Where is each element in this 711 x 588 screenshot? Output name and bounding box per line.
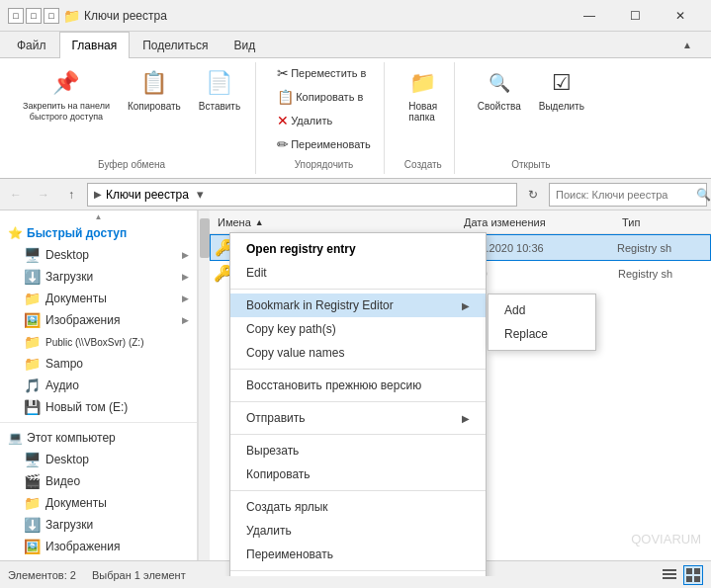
cm-copy-key[interactable]: Copy key path(s) — [230, 317, 486, 341]
sm-add[interactable]: Add — [489, 298, 595, 322]
col-type-header[interactable]: Тип — [618, 216, 707, 228]
scroll-up-indicator: ▲ — [0, 210, 197, 222]
ribbon: Файл Главная Поделиться Вид ▲ 📌 Закрепит… — [0, 32, 711, 179]
cm-properties[interactable]: Свойства — [230, 575, 486, 576]
delete-icon: ✕ — [277, 113, 289, 128]
cm-copy2[interactable]: Копировать — [230, 462, 486, 486]
sidebar-item-audio[interactable]: 🎵 Аудио — [0, 375, 197, 396]
svg-rect-4 — [694, 568, 700, 574]
cm-delete[interactable]: Удалить — [230, 519, 486, 543]
properties-button[interactable]: 🔍 Свойства — [471, 62, 528, 117]
content-area: Имена ▲ Дата изменения Тип 🔑 Internet Se… — [210, 210, 711, 576]
maximize-button[interactable]: ☐ — [612, 0, 658, 32]
comp-desktop-label: Desktop — [45, 453, 89, 466]
cm-cut[interactable]: Вырезать — [230, 439, 486, 462]
list-view-button[interactable] — [683, 565, 703, 585]
cm-rename[interactable]: Переименовать — [230, 543, 486, 566]
quick-access-header[interactable]: ⭐ Быстрый доступ — [0, 222, 197, 244]
pin-button[interactable]: 📌 Закрепить на панелибыстрого доступа — [16, 62, 117, 127]
move-to-button[interactable]: ✂ Переместить в — [272, 62, 376, 84]
minimize-button[interactable]: — — [567, 0, 612, 32]
copy-button[interactable]: 📋 Копировать — [121, 62, 188, 117]
paste-label: Вставить — [199, 101, 240, 112]
this-computer-header[interactable]: 💻 Этот компьютер — [0, 427, 197, 449]
copy-to-label: Копировать в — [296, 91, 363, 103]
details-view-button[interactable] — [660, 565, 679, 585]
cm-cut-label: Вырезать — [246, 444, 299, 458]
paste-button[interactable]: 📄 Вставить — [192, 62, 247, 117]
comp-images-icon: 🖼️ — [24, 539, 40, 554]
rename-icon: ✏ — [277, 136, 289, 152]
svg-rect-3 — [686, 568, 692, 574]
ribbon-group-new: 📁 Новаяпапка Создать — [393, 62, 455, 174]
cm-send-to[interactable]: Отправить ▶ — [230, 406, 486, 430]
sidebar-item-comp-docs[interactable]: 📁 Документы — [0, 492, 197, 514]
new-folder-button[interactable]: 📁 Новаяпапка — [400, 62, 446, 127]
sidebar-item-documents[interactable]: 📁 Документы ▶ — [0, 288, 197, 309]
sidebar-item-newvol[interactable]: 💾 Новый том (E:) — [0, 396, 197, 418]
comp-downloads-icon: ⬇️ — [24, 517, 40, 533]
cm-copy2-label: Копировать — [246, 467, 311, 481]
documents-icon: 📁 — [24, 291, 40, 306]
close-button[interactable]: ✕ — [658, 0, 703, 32]
cm-edit[interactable]: Edit — [230, 261, 486, 285]
address-dropdown[interactable]: ▾ — [193, 187, 208, 202]
move-label: Переместить в — [291, 67, 366, 79]
sidebar-scrollbar[interactable] — [198, 210, 210, 576]
delete-button[interactable]: ✕ Удалить — [272, 110, 376, 131]
copy-to-button[interactable]: 📋 Копировать в — [272, 86, 376, 108]
images-label: Изображения — [45, 313, 120, 327]
sidebar-item-images[interactable]: 🖼️ Изображения ▶ — [0, 309, 197, 331]
sidebar-item-sampo[interactable]: 📁 Sampo — [0, 353, 197, 375]
sidebar-item-comp-desktop[interactable]: 🖥️ Desktop — [0, 449, 197, 470]
audio-icon: 🎵 — [24, 378, 40, 393]
sm-replace-label: Replace — [504, 327, 548, 341]
forward-button[interactable]: → — [32, 183, 55, 207]
move-icon: ✂ — [277, 65, 289, 81]
ribbon-help-button[interactable]: ▲ — [675, 33, 699, 56]
sidebar-item-comp-downloads[interactable]: ⬇️ Загрузки — [0, 514, 197, 536]
tab-file[interactable]: Файл — [4, 32, 59, 58]
back-button[interactable]: ← — [4, 183, 28, 207]
col-date-header[interactable]: Дата изменения — [460, 216, 618, 228]
public-icon: 📁 — [24, 334, 40, 350]
cm-copy-value[interactable]: Copy value names — [230, 341, 486, 365]
title-bar-icon-2: □ — [26, 8, 42, 24]
search-box[interactable]: 🔍 — [549, 183, 707, 207]
delete-label: Удалить — [291, 115, 332, 126]
svg-rect-1 — [663, 573, 676, 575]
ribbon-group-clipboard: 📌 Закрепить на панелибыстрого доступа 📋 … — [8, 62, 256, 174]
file-type-internet: Registry sh — [617, 242, 706, 254]
tab-share[interactable]: Поделиться — [130, 32, 221, 58]
comp-desktop-icon: 🖥️ — [24, 452, 40, 467]
cm-create-shortcut[interactable]: Создать ярлык — [230, 495, 486, 519]
documents-label: Документы — [45, 292, 107, 305]
ribbon-tabs: Файл Главная Поделиться Вид ▲ — [0, 32, 711, 58]
cm-divider-1 — [230, 289, 486, 290]
tab-home[interactable]: Главная — [59, 32, 131, 58]
rename-button[interactable]: ✏ Переименовать — [272, 133, 376, 155]
cm-edit-label: Edit — [246, 266, 267, 280]
refresh-button[interactable]: ↻ — [521, 183, 545, 207]
documents-arrow: ▶ — [182, 294, 189, 303]
desktop-arrow: ▶ — [182, 250, 189, 260]
sidebar: ▲ ⭐ Быстрый доступ 🖥️ Desktop ▶ ⬇️ Загру… — [0, 210, 198, 576]
watermark: QOVIARUM — [631, 532, 701, 546]
sidebar-item-downloads[interactable]: ⬇️ Загрузки ▶ — [0, 266, 197, 288]
sidebar-item-comp-video[interactable]: 🎬 Видео — [0, 470, 197, 492]
sidebar-item-desktop[interactable]: 🖥️ Desktop ▶ — [0, 244, 197, 266]
sidebar-item-public[interactable]: 📁 Public (\\VBoxSvr) (Z:) — [0, 331, 197, 353]
select-button[interactable]: ☑ Выделить — [532, 62, 591, 117]
open-buttons: 🔍 Свойства ☑ Выделить — [471, 62, 591, 155]
up-button[interactable]: ↑ — [59, 183, 83, 207]
col-name-header[interactable]: Имена ▲ — [214, 216, 460, 228]
address-path[interactable]: ▶ Ключи реестра ▾ — [87, 183, 517, 207]
tab-view[interactable]: Вид — [221, 32, 268, 58]
cm-bookmark[interactable]: Bookmark in Registry Editor ▶ Add Replac… — [230, 294, 486, 317]
sm-replace[interactable]: Replace — [489, 322, 595, 346]
cm-restore[interactable]: Восстановить прежнюю версию — [230, 374, 486, 397]
search-input[interactable] — [556, 189, 692, 201]
sidebar-item-comp-images[interactable]: 🖼️ Изображения — [0, 536, 197, 557]
cm-open-registry[interactable]: Open registry entry — [230, 237, 486, 261]
sm-add-label: Add — [504, 303, 525, 317]
